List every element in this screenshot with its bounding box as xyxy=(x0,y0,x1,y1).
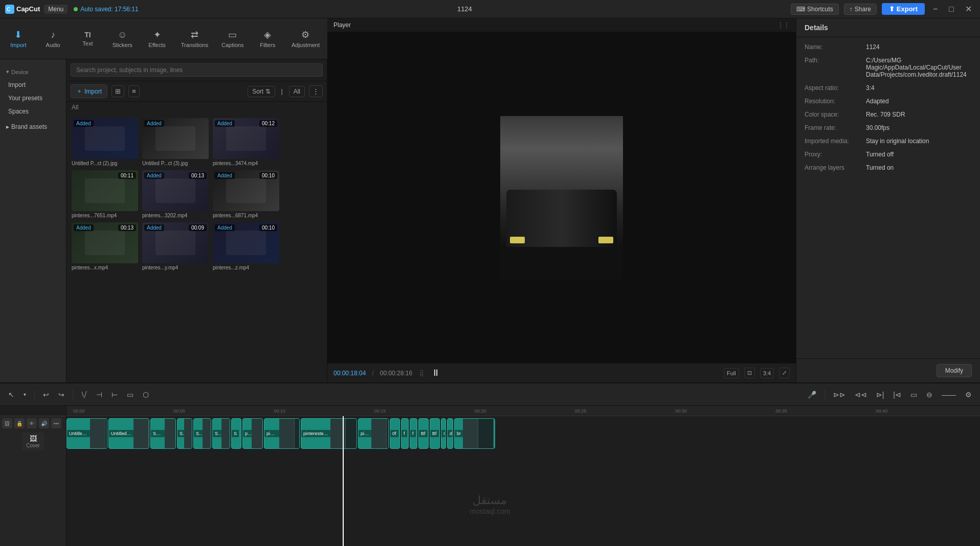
caption-button[interactable]: ▭ xyxy=(907,389,920,401)
split-left-button[interactable]: ⊣ xyxy=(93,389,105,401)
timeline-clip-15[interactable]: Bf xyxy=(430,418,440,449)
nav-item-presets[interactable]: Your presets xyxy=(0,92,66,105)
timeline-clip-1[interactable]: Untitled Project (3).j xyxy=(108,418,149,449)
minimize-button[interactable]: − xyxy=(930,5,941,14)
media-item-2[interactable]: Added 00:12 pinteres...3474.mp4 xyxy=(213,118,279,166)
modify-button[interactable]: Modify xyxy=(937,364,972,377)
media-item-8[interactable]: Added 00:10 pinteres...z.mp4 xyxy=(213,222,279,270)
media-grid-view-button[interactable]: ⊞ xyxy=(112,85,124,97)
clip-out-button[interactable]: |⊲ xyxy=(890,389,904,401)
tool-audio[interactable]: ♪ Audio xyxy=(38,28,68,50)
tool-captions[interactable]: ▭ Captions xyxy=(217,27,248,50)
export-button[interactable]: ⬆ Export xyxy=(882,3,925,15)
media-item-6[interactable]: Added 00:13 pinteres...x.mp4 xyxy=(72,222,138,270)
timeline-clip-7[interactable]: pin xyxy=(242,418,263,449)
media-filter-all-button[interactable]: All xyxy=(289,86,305,97)
track-icon-audio[interactable]: 🔊 xyxy=(39,418,49,428)
select-submenu-button[interactable]: ▾ xyxy=(20,390,29,399)
track-icon-more[interactable]: ••• xyxy=(51,418,61,428)
media-badge-0: Added xyxy=(74,120,94,127)
player-speed-button[interactable]: 3:4 xyxy=(760,368,774,378)
media-item-3[interactable]: 00:11 pinteres...7651.mp4 xyxy=(72,170,138,218)
redo-button[interactable]: ↪ xyxy=(55,389,68,401)
tool-stickers[interactable]: ☺ Stickers xyxy=(107,28,137,50)
media-item-0[interactable]: Added Untitled P...ct (2).jpg xyxy=(72,118,138,166)
track-in-button[interactable]: ⊳⊳ xyxy=(830,389,849,401)
mic-button[interactable]: 🎤 xyxy=(805,389,819,401)
media-item-7[interactable]: Added 00:09 pinteres...y.mp4 xyxy=(142,222,209,270)
clip-in-button[interactable]: ⊳| xyxy=(873,389,887,401)
track-icon-image[interactable]: 🖼 xyxy=(2,418,12,428)
media-sort-button[interactable]: Sort ⇅ xyxy=(248,86,275,97)
cover-button[interactable]: 🖼 Cover xyxy=(22,433,44,450)
select-tool-button[interactable]: ↖ xyxy=(5,389,17,401)
shortcuts-button[interactable]: ⌨ Shortcuts xyxy=(791,4,839,15)
app-name: CapCut xyxy=(16,5,40,13)
media-name-0: Untitled P...ct (2).jpg xyxy=(72,161,138,166)
split-right-button[interactable]: ⊢ xyxy=(108,389,121,401)
zoom-slider[interactable]: —— xyxy=(939,389,959,401)
track-icon-lock[interactable]: 🔒 xyxy=(14,418,25,428)
timeline-clip-4[interactable]: Spe xyxy=(193,418,211,449)
timeline-clip-9[interactable]: pinteresteddownloade xyxy=(301,418,357,449)
media-search-input[interactable] xyxy=(71,63,323,77)
timeline-clip-3[interactable]: Sp xyxy=(177,418,192,449)
timeline-clip-2[interactable]: Speed xyxy=(150,418,176,449)
timeline-clip-0[interactable]: Untitled Project ( xyxy=(66,418,107,449)
media-filter-options-button[interactable]: ⋮ xyxy=(309,85,323,97)
nav-item-spaces[interactable]: Spaces xyxy=(0,105,66,118)
split-button[interactable]: ⧵⧸ xyxy=(78,388,90,401)
timeline-clip-10[interactable]: pinteres xyxy=(358,418,389,449)
device-section-title[interactable]: ▾ Device xyxy=(0,65,66,78)
clip-thumbs-10 xyxy=(371,419,388,448)
undo-button[interactable]: ↩ xyxy=(40,389,52,401)
fullscreen-button[interactable]: Full xyxy=(724,368,739,378)
timeline-clip-11[interactable]: 0f xyxy=(390,418,400,449)
crop-button[interactable]: ▭ xyxy=(124,389,137,401)
media-item-1[interactable]: Added Untitled P...ct (3).jpg xyxy=(142,118,209,166)
share-icon: ↑ xyxy=(850,6,853,13)
media-list-view-button[interactable]: ≡ xyxy=(128,85,140,97)
player-expand-button[interactable]: ⤢ xyxy=(779,368,790,378)
media-name-2: pinteres...3474.mp4 xyxy=(213,161,279,166)
maximize-button[interactable]: □ xyxy=(946,5,957,14)
settings-button[interactable]: ⚙ xyxy=(962,389,975,401)
nav-item-import[interactable]: Import xyxy=(0,78,66,92)
tool-import[interactable]: ⬇ Import xyxy=(4,27,33,50)
clip-label-0: Untitled Project ( xyxy=(67,430,90,437)
tool-transitions[interactable]: ⇄ Transitions xyxy=(177,27,212,50)
timeline-clip-18[interactable]: br xyxy=(454,418,495,449)
nav-item-brand-assets[interactable]: ▸ Brand assets xyxy=(0,120,66,133)
timeline-clip-5[interactable]: Spe xyxy=(212,418,230,449)
pause-button[interactable]: ⏸ xyxy=(431,368,440,378)
clip-label-9: pinteresteddownloade xyxy=(301,430,330,437)
effects-icon: ✦ xyxy=(153,29,161,40)
tool-filters[interactable]: ◈ Filters xyxy=(253,27,282,50)
timeline-clip-12[interactable]: f xyxy=(401,418,409,449)
tool-effects[interactable]: ✦ Effects xyxy=(142,27,172,50)
timeline-clip-17[interactable]: d xyxy=(447,418,453,449)
player-menu-icon[interactable]: ⋮⋮ xyxy=(777,21,790,29)
media-item-4[interactable]: Added 00:13 pinteres...3202.mp4 xyxy=(142,170,209,218)
tool-adjustment[interactable]: ⚙ Adjustment xyxy=(287,27,324,50)
mask-button[interactable]: ⬡ xyxy=(140,389,152,401)
track-icon-eye[interactable]: 👁 xyxy=(27,418,37,428)
media-item-5[interactable]: Added 00:10 pinteres...6871.mp4 xyxy=(213,170,279,218)
media-import-button[interactable]: ＋ Import xyxy=(71,84,107,98)
timeline-clip-16[interactable]: I xyxy=(441,418,446,449)
timeline-clip-6[interactable]: S xyxy=(231,418,241,449)
clip-mini-thumb-7-0 xyxy=(252,419,262,448)
close-button[interactable]: ✕ xyxy=(962,4,975,14)
player-ratio-button[interactable]: ⊡ xyxy=(744,368,755,378)
timeline-clip-14[interactable]: Bf xyxy=(418,418,429,449)
zoom-out-button[interactable]: ⊖ xyxy=(923,389,936,401)
menu-button[interactable]: Menu xyxy=(44,5,68,14)
timeline-clip-13[interactable]: f xyxy=(410,418,417,449)
media-thumb-2: Added 00:12 xyxy=(213,118,279,159)
media-name-4: pinteres...3202.mp4 xyxy=(142,213,209,218)
timeline-clip-8[interactable]: pinteres xyxy=(264,418,300,449)
share-button[interactable]: ↑ Share xyxy=(844,4,877,15)
media-duration-2: 00:12 xyxy=(259,120,277,127)
track-out-button[interactable]: ⊲⊲ xyxy=(852,389,870,401)
tool-text[interactable]: TI Text xyxy=(73,29,102,49)
